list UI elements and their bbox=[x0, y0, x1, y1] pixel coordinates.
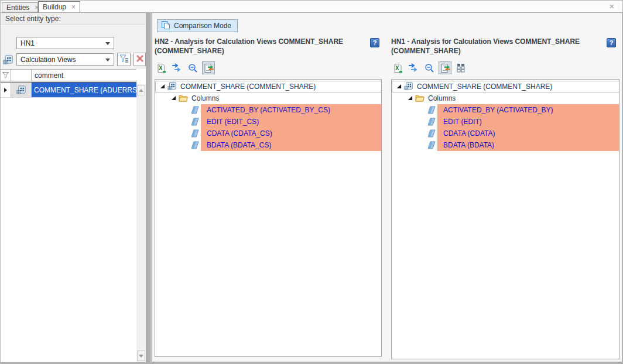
panel-hn2: HN2 - Analysis for Calculation Views COM… bbox=[155, 37, 383, 56]
panel-hn2-tree: COMMENT_SHARE (COMMENT_SHARE) Columns bbox=[155, 79, 382, 357]
system-select-value: HN1 bbox=[20, 39, 35, 47]
tree-item-label: EDIT (EDIT_CS) bbox=[201, 116, 381, 128]
column-icon bbox=[428, 139, 436, 151]
main-area: Comparison Mode HN2 - Analysis for Calcu… bbox=[152, 12, 622, 362]
tree-item-row[interactable]: BDATA (BDATA) bbox=[392, 139, 619, 151]
application-window: Entities × Buildup × × Select entity typ… bbox=[0, 0, 623, 364]
calculation-view-icon bbox=[404, 81, 413, 92]
column-icon bbox=[191, 128, 200, 139]
entity-type-select[interactable]: Calculation Views bbox=[16, 53, 114, 66]
comparison-mode-label: Comparison Mode bbox=[174, 22, 231, 30]
column-icon bbox=[191, 116, 200, 128]
scroll-up-button[interactable] bbox=[137, 85, 145, 95]
system-select[interactable]: HN1 bbox=[16, 37, 114, 49]
tree-item-row[interactable]: ACTIVATED_BY (ACTIVATED_BY) bbox=[392, 104, 619, 116]
sidebar-scrollbar[interactable] bbox=[136, 84, 146, 362]
help-icon[interactable]: ? bbox=[607, 38, 616, 47]
flow-arrows-icon bbox=[172, 63, 182, 73]
panel-hn1: HN1 - Analysis for Calculation Views COM… bbox=[391, 37, 619, 56]
tree-columns-node[interactable]: Columns bbox=[155, 92, 381, 104]
grid-column-header-comment[interactable]: comment bbox=[32, 70, 136, 81]
row-marker-icon bbox=[1, 83, 11, 97]
column-icon bbox=[191, 139, 200, 151]
column-icon bbox=[191, 104, 200, 116]
grid-cell-comment: COMMENT_SHARE (ADUERRSTEIN_T bbox=[32, 83, 136, 97]
panel-hn2-title: HN2 - Analysis for Calculation Views COM… bbox=[155, 37, 364, 56]
comparison-mode-button[interactable]: Comparison Mode bbox=[157, 19, 238, 32]
tab-entities[interactable]: Entities × bbox=[2, 2, 38, 12]
grid-squares-icon bbox=[456, 63, 465, 73]
magnifier-minus-icon bbox=[188, 63, 198, 73]
tree-item-row[interactable]: CDATA (CDATA) bbox=[392, 128, 619, 139]
expander-icon[interactable] bbox=[171, 94, 176, 102]
tree-item-row[interactable]: EDIT (EDIT) bbox=[392, 116, 619, 128]
tree-root-node[interactable]: COMMENT_SHARE (COMMENT_SHARE) bbox=[155, 81, 382, 92]
entity-type-select-value: Calculation Views bbox=[20, 56, 76, 64]
expander-icon[interactable] bbox=[160, 83, 165, 91]
tree-item-label: CDATA (CDATA_CS) bbox=[201, 128, 381, 139]
filter-funnel-icon bbox=[119, 54, 129, 66]
calculation-view-icon bbox=[167, 81, 177, 92]
select-entity-type-header: Select entity type: bbox=[1, 13, 146, 25]
folder-open-icon bbox=[179, 94, 188, 104]
panel-hn1-title: HN1 - Analysis for Calculation Views COM… bbox=[391, 37, 601, 56]
trace-flow-button[interactable] bbox=[407, 61, 420, 74]
magnifier-minus-icon bbox=[425, 63, 434, 73]
entity-grid: comment COMMENT_SHARE (AD bbox=[1, 69, 136, 98]
filter-button[interactable] bbox=[117, 53, 131, 66]
trace-flow-button[interactable] bbox=[170, 61, 183, 74]
chevron-down-icon bbox=[105, 59, 110, 61]
column-icon bbox=[428, 128, 436, 139]
compare-documents-icon bbox=[440, 63, 450, 73]
tab-buildup-close-icon[interactable]: × bbox=[71, 4, 76, 11]
scroll-down-button[interactable] bbox=[137, 351, 145, 361]
svg-text:X: X bbox=[159, 65, 163, 71]
tree-root-node[interactable]: COMMENT_SHARE (COMMENT_SHARE) bbox=[392, 81, 619, 92]
grid-header-row: comment bbox=[1, 69, 136, 83]
sidebar-controls: HN1 Calculation Views bbox=[1, 25, 146, 69]
help-icon[interactable]: ? bbox=[370, 38, 379, 47]
grid-row-selected[interactable]: COMMENT_SHARE (ADUERRSTEIN_T bbox=[1, 83, 136, 98]
excel-icon: X bbox=[156, 63, 166, 73]
panel-hn1-tree: COMMENT_SHARE (COMMENT_SHARE) Columns bbox=[391, 79, 619, 359]
compare-documents-icon bbox=[204, 63, 214, 73]
zoom-out-button[interactable] bbox=[423, 61, 436, 74]
tree-columns-node[interactable]: Columns bbox=[392, 92, 619, 104]
sidebar-splitter[interactable] bbox=[146, 12, 152, 362]
flow-arrows-icon bbox=[408, 63, 419, 73]
chevron-down-icon bbox=[105, 42, 110, 45]
expander-icon[interactable] bbox=[408, 94, 413, 102]
tree-item-row[interactable]: CDATA (CDATA_CS) bbox=[155, 128, 381, 139]
tree-root-label: COMMENT_SHARE (COMMENT_SHARE) bbox=[180, 83, 316, 91]
tab-buildup[interactable]: Buildup × bbox=[38, 1, 80, 12]
clear-filter-button[interactable] bbox=[134, 53, 146, 66]
panel-hn1-toolbar: X bbox=[391, 61, 467, 74]
window-close-icon[interactable]: × bbox=[610, 2, 614, 11]
tab-buildup-label: Buildup bbox=[43, 3, 66, 11]
expander-icon[interactable] bbox=[396, 83, 402, 91]
export-excel-button[interactable]: X bbox=[391, 61, 404, 74]
layout-grid-button[interactable] bbox=[454, 61, 467, 74]
copy-pages-icon bbox=[161, 20, 170, 32]
compare-sync-button[interactable] bbox=[439, 61, 451, 74]
excel-icon: X bbox=[393, 63, 403, 73]
arrow-up-icon bbox=[139, 89, 143, 92]
grid-icon-column-header bbox=[11, 70, 32, 81]
tree-item-row[interactable]: ACTIVATED_BY (ACTIVATED_BY_CS) bbox=[155, 104, 381, 116]
grid-filter-funnel-icon[interactable] bbox=[1, 70, 11, 81]
tree-item-label: BDATA (BDATA) bbox=[437, 139, 619, 151]
export-excel-button[interactable]: X bbox=[155, 61, 167, 74]
tree-item-row[interactable]: EDIT (EDIT_CS) bbox=[155, 116, 381, 128]
tree-columns-label: Columns bbox=[428, 94, 456, 102]
calculation-view-icon bbox=[3, 54, 13, 67]
tree-columns-label: Columns bbox=[191, 94, 219, 102]
tab-entities-label: Entities bbox=[6, 4, 29, 12]
clear-filter-x-icon bbox=[136, 54, 144, 65]
zoom-out-button[interactable] bbox=[186, 61, 199, 74]
tree-item-label: ACTIVATED_BY (ACTIVATED_BY_CS) bbox=[201, 104, 381, 116]
tree-item-label: ACTIVATED_BY (ACTIVATED_BY) bbox=[437, 104, 619, 116]
column-icon bbox=[428, 104, 436, 116]
tree-root-label: COMMENT_SHARE (COMMENT_SHARE) bbox=[417, 83, 552, 91]
tree-item-row[interactable]: BDATA (BDATA_CS) bbox=[155, 139, 381, 151]
compare-sync-button[interactable] bbox=[202, 61, 215, 74]
